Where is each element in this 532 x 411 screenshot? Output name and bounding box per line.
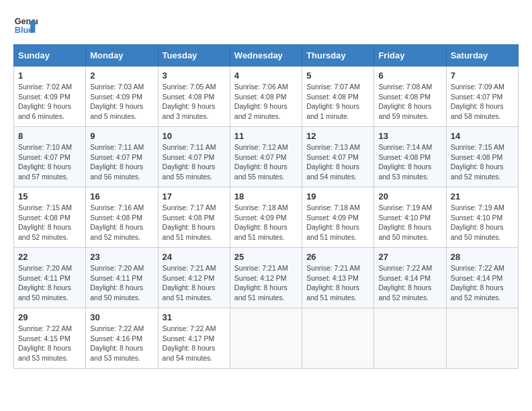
day-number: 10 xyxy=(163,131,226,141)
day-number: 21 xyxy=(451,191,514,201)
calendar-cell: 28Sunrise: 7:22 AM Sunset: 4:14 PM Dayli… xyxy=(446,248,518,308)
calendar-cell: 21Sunrise: 7:19 AM Sunset: 4:10 PM Dayli… xyxy=(446,187,518,248)
calendar-cell: 26Sunrise: 7:21 AM Sunset: 4:13 PM Dayli… xyxy=(302,248,374,308)
calendar-cell: 3Sunrise: 7:05 AM Sunset: 4:08 PM Daylig… xyxy=(158,66,230,127)
calendar-cell: 27Sunrise: 7:22 AM Sunset: 4:14 PM Dayli… xyxy=(374,248,446,308)
day-info: Sunrise: 7:05 AM Sunset: 4:08 PM Dayligh… xyxy=(163,82,226,122)
calendar-cell: 16Sunrise: 7:16 AM Sunset: 4:08 PM Dayli… xyxy=(86,187,158,248)
day-info: Sunrise: 7:22 AM Sunset: 4:14 PM Dayligh… xyxy=(451,263,514,303)
header: General Blue xyxy=(13,13,519,38)
day-number: 15 xyxy=(18,191,81,201)
day-number: 17 xyxy=(163,191,226,201)
day-info: Sunrise: 7:09 AM Sunset: 4:07 PM Dayligh… xyxy=(451,82,514,122)
calendar-cell: 12Sunrise: 7:13 AM Sunset: 4:07 PM Dayli… xyxy=(302,127,374,187)
day-info: Sunrise: 7:22 AM Sunset: 4:14 PM Dayligh… xyxy=(378,263,441,303)
calendar-cell: 25Sunrise: 7:21 AM Sunset: 4:12 PM Dayli… xyxy=(230,248,302,308)
day-info: Sunrise: 7:13 AM Sunset: 4:07 PM Dayligh… xyxy=(306,142,369,182)
calendar-cell: 19Sunrise: 7:18 AM Sunset: 4:09 PM Dayli… xyxy=(302,187,374,248)
calendar-cell: 29Sunrise: 7:22 AM Sunset: 4:15 PM Dayli… xyxy=(14,308,86,369)
calendar-cell: 11Sunrise: 7:12 AM Sunset: 4:07 PM Dayli… xyxy=(230,127,302,187)
calendar-cell: 10Sunrise: 7:11 AM Sunset: 4:07 PM Dayli… xyxy=(158,127,230,187)
calendar-cell xyxy=(230,308,302,369)
calendar-cell: 2Sunrise: 7:03 AM Sunset: 4:09 PM Daylig… xyxy=(86,66,158,127)
day-number: 20 xyxy=(378,191,441,201)
day-info: Sunrise: 7:21 AM Sunset: 4:13 PM Dayligh… xyxy=(306,263,369,303)
day-info: Sunrise: 7:10 AM Sunset: 4:07 PM Dayligh… xyxy=(18,142,81,182)
week-row-4: 22Sunrise: 7:20 AM Sunset: 4:11 PM Dayli… xyxy=(14,248,519,308)
day-number: 11 xyxy=(234,131,298,141)
day-number: 23 xyxy=(90,252,153,262)
day-number: 30 xyxy=(90,312,153,322)
day-info: Sunrise: 7:21 AM Sunset: 4:12 PM Dayligh… xyxy=(163,263,226,303)
logo-icon: General Blue xyxy=(13,13,38,38)
calendar-cell xyxy=(302,308,374,369)
day-number: 25 xyxy=(234,252,298,262)
day-info: Sunrise: 7:22 AM Sunset: 4:15 PM Dayligh… xyxy=(18,324,81,363)
day-number: 18 xyxy=(234,191,298,201)
day-info: Sunrise: 7:22 AM Sunset: 4:16 PM Dayligh… xyxy=(90,324,153,363)
calendar-cell: 14Sunrise: 7:15 AM Sunset: 4:08 PM Dayli… xyxy=(446,127,518,187)
weekday-header-saturday: Saturday xyxy=(446,45,518,66)
day-number: 13 xyxy=(378,131,441,141)
week-row-2: 8Sunrise: 7:10 AM Sunset: 4:07 PM Daylig… xyxy=(14,127,519,187)
day-number: 7 xyxy=(451,71,514,81)
day-number: 8 xyxy=(18,131,81,141)
day-info: Sunrise: 7:11 AM Sunset: 4:07 PM Dayligh… xyxy=(90,142,153,182)
weekday-header-wednesday: Wednesday xyxy=(230,45,302,66)
day-number: 16 xyxy=(90,191,153,201)
calendar-cell: 31Sunrise: 7:22 AM Sunset: 4:17 PM Dayli… xyxy=(158,308,230,369)
day-number: 6 xyxy=(378,71,441,81)
day-number: 26 xyxy=(306,252,369,262)
day-info: Sunrise: 7:14 AM Sunset: 4:08 PM Dayligh… xyxy=(378,142,441,182)
day-info: Sunrise: 7:12 AM Sunset: 4:07 PM Dayligh… xyxy=(234,142,298,182)
day-info: Sunrise: 7:18 AM Sunset: 4:09 PM Dayligh… xyxy=(234,203,298,242)
day-number: 9 xyxy=(90,131,153,141)
calendar-cell: 9Sunrise: 7:11 AM Sunset: 4:07 PM Daylig… xyxy=(86,127,158,187)
day-info: Sunrise: 7:19 AM Sunset: 4:10 PM Dayligh… xyxy=(451,203,514,242)
calendar-cell: 15Sunrise: 7:15 AM Sunset: 4:08 PM Dayli… xyxy=(14,187,86,248)
calendar-cell: 23Sunrise: 7:20 AM Sunset: 4:11 PM Dayli… xyxy=(86,248,158,308)
day-number: 1 xyxy=(18,71,81,81)
calendar-cell: 30Sunrise: 7:22 AM Sunset: 4:16 PM Dayli… xyxy=(86,308,158,369)
calendar-cell xyxy=(374,308,446,369)
day-info: Sunrise: 7:20 AM Sunset: 4:11 PM Dayligh… xyxy=(90,263,153,303)
calendar-cell: 22Sunrise: 7:20 AM Sunset: 4:11 PM Dayli… xyxy=(14,248,86,308)
calendar-cell: 24Sunrise: 7:21 AM Sunset: 4:12 PM Dayli… xyxy=(158,248,230,308)
day-number: 14 xyxy=(451,131,514,141)
day-number: 5 xyxy=(306,71,369,81)
weekday-header-row: SundayMondayTuesdayWednesdayThursdayFrid… xyxy=(14,45,519,66)
day-info: Sunrise: 7:03 AM Sunset: 4:09 PM Dayligh… xyxy=(90,82,153,122)
day-info: Sunrise: 7:15 AM Sunset: 4:08 PM Dayligh… xyxy=(451,142,514,182)
day-info: Sunrise: 7:15 AM Sunset: 4:08 PM Dayligh… xyxy=(18,203,81,242)
weekday-header-thursday: Thursday xyxy=(302,45,374,66)
weekday-header-monday: Monday xyxy=(86,45,158,66)
day-info: Sunrise: 7:16 AM Sunset: 4:08 PM Dayligh… xyxy=(90,203,153,242)
calendar-cell: 4Sunrise: 7:06 AM Sunset: 4:08 PM Daylig… xyxy=(230,66,302,127)
week-row-3: 15Sunrise: 7:15 AM Sunset: 4:08 PM Dayli… xyxy=(14,187,519,248)
week-row-1: 1Sunrise: 7:02 AM Sunset: 4:09 PM Daylig… xyxy=(14,66,519,127)
calendar-cell: 7Sunrise: 7:09 AM Sunset: 4:07 PM Daylig… xyxy=(446,66,518,127)
day-info: Sunrise: 7:07 AM Sunset: 4:08 PM Dayligh… xyxy=(306,82,369,122)
day-info: Sunrise: 7:21 AM Sunset: 4:12 PM Dayligh… xyxy=(234,263,298,303)
calendar-cell: 1Sunrise: 7:02 AM Sunset: 4:09 PM Daylig… xyxy=(14,66,86,127)
day-info: Sunrise: 7:17 AM Sunset: 4:08 PM Dayligh… xyxy=(163,203,226,242)
day-number: 3 xyxy=(163,71,226,81)
calendar-cell: 8Sunrise: 7:10 AM Sunset: 4:07 PM Daylig… xyxy=(14,127,86,187)
day-info: Sunrise: 7:02 AM Sunset: 4:09 PM Dayligh… xyxy=(18,82,81,122)
calendar-cell: 6Sunrise: 7:08 AM Sunset: 4:08 PM Daylig… xyxy=(374,66,446,127)
day-info: Sunrise: 7:22 AM Sunset: 4:17 PM Dayligh… xyxy=(163,324,226,363)
day-number: 12 xyxy=(306,131,369,141)
calendar-cell: 18Sunrise: 7:18 AM Sunset: 4:09 PM Dayli… xyxy=(230,187,302,248)
day-info: Sunrise: 7:11 AM Sunset: 4:07 PM Dayligh… xyxy=(163,142,226,182)
calendar-cell: 17Sunrise: 7:17 AM Sunset: 4:08 PM Dayli… xyxy=(158,187,230,248)
day-number: 22 xyxy=(18,252,81,262)
calendar-body: 1Sunrise: 7:02 AM Sunset: 4:09 PM Daylig… xyxy=(14,66,519,369)
calendar-cell: 5Sunrise: 7:07 AM Sunset: 4:08 PM Daylig… xyxy=(302,66,374,127)
calendar-cell: 13Sunrise: 7:14 AM Sunset: 4:08 PM Dayli… xyxy=(374,127,446,187)
day-info: Sunrise: 7:18 AM Sunset: 4:09 PM Dayligh… xyxy=(306,203,369,242)
day-number: 4 xyxy=(234,71,298,81)
day-number: 31 xyxy=(163,312,226,322)
day-number: 19 xyxy=(306,191,369,201)
svg-text:Blue: Blue xyxy=(15,26,33,35)
weekday-header-friday: Friday xyxy=(374,45,446,66)
